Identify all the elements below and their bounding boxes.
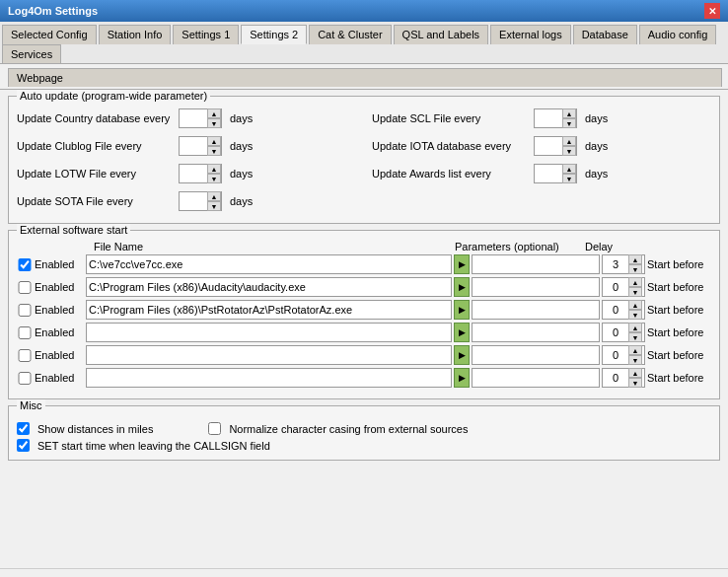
update-awards-down[interactable]: ▼ [562, 174, 576, 183]
ext-delay-down-2[interactable]: ▼ [628, 310, 642, 320]
ext-enabled-5[interactable] [17, 372, 33, 385]
tab-services[interactable]: Services [2, 44, 61, 63]
update-iota-spinner[interactable]: 30 ▲ ▼ [534, 136, 577, 156]
ext-delay-down-1[interactable]: ▼ [628, 287, 642, 297]
ext-params-2[interactable] [472, 300, 600, 320]
ext-filename-5[interactable] [86, 368, 452, 388]
ext-row-5: Enabled▶▲▼Start before [17, 368, 711, 388]
ext-delay-up-1[interactable]: ▲ [628, 277, 642, 287]
tab-audio-config[interactable]: Audio config [639, 25, 717, 44]
update-iota-row: Update IOTA database every 30 ▲ ▼ days [372, 136, 711, 156]
ext-start-before-2: Start before [647, 304, 711, 316]
update-clublog-up[interactable]: ▲ [207, 136, 221, 146]
update-lotw-down[interactable]: ▼ [207, 174, 221, 183]
ext-browse-4[interactable]: ▶ [454, 345, 470, 365]
ext-filename-0[interactable] [86, 254, 452, 274]
ext-delay-down-4[interactable]: ▼ [628, 355, 642, 365]
ext-start-before-1: Start before [647, 281, 711, 293]
ext-start-before-4: Start before [647, 349, 711, 361]
ext-delay-0[interactable] [603, 255, 628, 273]
tab-database[interactable]: Database [573, 25, 637, 44]
ext-enabled-label-1: Enabled [35, 281, 84, 293]
update-scl-spinner[interactable]: 1 ▲ ▼ [534, 108, 577, 128]
ext-delay-up-3[interactable]: ▲ [628, 323, 642, 332]
ext-enabled-1[interactable] [17, 281, 33, 294]
update-clublog-row: Update Clublog File every 1 ▲ ▼ days [17, 136, 356, 156]
update-lotw-spinner[interactable]: 1 ▲ ▼ [179, 164, 222, 183]
ext-enabled-3[interactable] [17, 326, 33, 339]
update-scl-unit: days [585, 112, 608, 124]
update-scl-down[interactable]: ▼ [562, 118, 576, 128]
ext-delay-down-0[interactable]: ▼ [628, 264, 642, 274]
update-iota-down[interactable]: ▼ [562, 146, 576, 156]
update-sota-up[interactable]: ▲ [207, 191, 221, 201]
normalize-char-checkbox[interactable] [208, 422, 221, 435]
tab-settings-2[interactable]: Settings 2 [241, 25, 307, 44]
update-country-spinner[interactable]: 1 ▲ ▼ [179, 108, 222, 128]
tab-settings-1[interactable]: Settings 1 [173, 25, 239, 44]
update-country-up[interactable]: ▲ [207, 108, 221, 118]
update-country-unit: days [230, 112, 253, 124]
update-awards-spinner[interactable]: 7 ▲ ▼ [534, 164, 577, 183]
update-country-label: Update Country database every [17, 112, 175, 124]
update-country-down[interactable]: ▼ [207, 118, 221, 128]
ext-params-3[interactable] [472, 323, 600, 342]
tab-external-logs[interactable]: External logs [490, 25, 571, 44]
update-clublog-spinner[interactable]: 1 ▲ ▼ [179, 136, 222, 156]
update-sota-down[interactable]: ▼ [207, 201, 221, 211]
tab-station-info[interactable]: Station Info [99, 25, 172, 44]
ext-delay-up-4[interactable]: ▲ [628, 345, 642, 355]
ext-delay-4[interactable] [603, 346, 628, 364]
update-scl-up[interactable]: ▲ [562, 108, 576, 118]
tab-selected-config[interactable]: Selected Config [2, 25, 97, 44]
ext-browse-1[interactable]: ▶ [454, 277, 470, 297]
update-sota-spinner[interactable]: 7 ▲ ▼ [179, 191, 222, 211]
ext-params-1[interactable] [472, 277, 600, 297]
ext-params-4[interactable] [472, 345, 600, 365]
update-iota-up[interactable]: ▲ [562, 136, 576, 146]
tab-webpage[interactable]: Webpage [8, 68, 722, 87]
ext-filename-4[interactable] [86, 345, 452, 365]
ext-delay-up-5[interactable]: ▲ [628, 368, 642, 378]
ext-delay-5[interactable] [603, 369, 628, 387]
ext-delay-down-3[interactable]: ▼ [628, 332, 642, 342]
update-iota-label: Update IOTA database every [372, 140, 530, 152]
auto-update-title: Auto update (program-wide parameter) [17, 90, 210, 102]
close-button[interactable]: ✕ [704, 3, 720, 19]
update-lotw-up[interactable]: ▲ [207, 164, 221, 174]
ext-row-0: Enabled▶▲▼Start before [17, 254, 711, 274]
set-start-time-checkbox[interactable] [17, 439, 30, 452]
ext-browse-2[interactable]: ▶ [454, 300, 470, 320]
update-awards-up[interactable]: ▲ [562, 164, 576, 174]
ext-params-0[interactable] [472, 254, 600, 274]
show-distances-checkbox[interactable] [17, 422, 30, 435]
ext-delay-2[interactable] [603, 301, 628, 319]
update-iota-input[interactable]: 30 [535, 137, 562, 155]
update-clublog-down[interactable]: ▼ [207, 146, 221, 156]
tab-cat-cluster[interactable]: Cat & Cluster [309, 25, 391, 44]
update-scl-input[interactable]: 1 [535, 109, 562, 127]
ext-browse-5[interactable]: ▶ [454, 368, 470, 388]
ext-filename-1[interactable] [86, 277, 452, 297]
ext-delay-3[interactable] [603, 324, 628, 341]
ext-browse-0[interactable]: ▶ [454, 254, 470, 274]
update-awards-input[interactable]: 7 [535, 165, 562, 182]
ext-delay-1[interactable] [603, 278, 628, 296]
ext-delay-up-2[interactable]: ▲ [628, 300, 642, 310]
ext-enabled-0[interactable] [17, 258, 33, 271]
ext-filename-3[interactable] [86, 323, 452, 342]
tab-qsl-labels[interactable]: QSL and Labels [394, 25, 488, 44]
ext-enabled-4[interactable] [17, 349, 33, 362]
ext-row-1: Enabled▶▲▼Start before [17, 277, 711, 297]
ext-browse-3[interactable]: ▶ [454, 323, 470, 342]
ext-filename-2[interactable] [86, 300, 452, 320]
update-lotw-input[interactable]: 1 [180, 165, 207, 182]
ext-delay-down-5[interactable]: ▼ [628, 378, 642, 388]
update-lotw-label: Update LOTW File every [17, 168, 175, 180]
update-clublog-input[interactable]: 1 [180, 137, 207, 155]
ext-delay-up-0[interactable]: ▲ [628, 254, 642, 264]
ext-params-5[interactable] [472, 368, 600, 388]
ext-enabled-2[interactable] [17, 304, 33, 317]
update-country-input[interactable]: 1 [180, 109, 207, 127]
update-sota-input[interactable]: 7 [180, 192, 207, 210]
